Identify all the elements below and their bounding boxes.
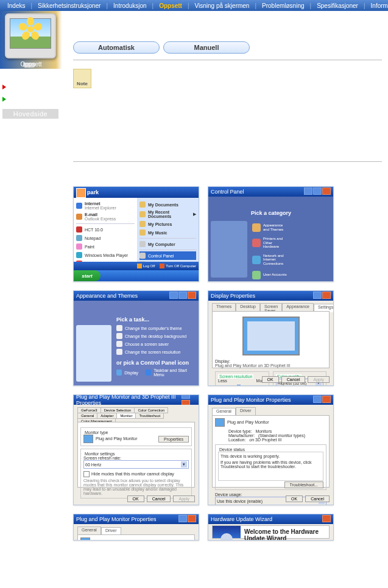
note-icon bbox=[73, 69, 91, 88]
section-title: Oppsett bbox=[0, 61, 62, 68]
screenshot-control-panel: Control Panel Pick a category Appearance… bbox=[208, 186, 334, 282]
nav-problem[interactable]: Problemløsning bbox=[257, 2, 309, 9]
close-icon bbox=[322, 396, 331, 403]
left-info-panel bbox=[76, 325, 111, 382]
startmenu-footer: Log Off Turn Off Computer bbox=[74, 262, 199, 270]
close-icon bbox=[322, 292, 331, 299]
checkbox-icon bbox=[83, 471, 90, 477]
screenshots-grid: park InternetInternet Explorer E-mailOut… bbox=[73, 186, 382, 541]
gear-icon bbox=[220, 533, 233, 541]
screenshot-hardware-wizard-top: Hardware Update Wizard Welcome to the Ha… bbox=[208, 514, 334, 541]
wizard-banner bbox=[213, 526, 241, 538]
triangle-green-icon bbox=[2, 97, 6, 102]
taskbar: start bbox=[74, 270, 199, 281]
close-icon bbox=[322, 515, 331, 522]
screenshot-pnp-driver-top: Plug and Play Monitor Properties General… bbox=[73, 514, 199, 541]
monitor-icon bbox=[5, 13, 56, 58]
section-hero: Oppsett bbox=[0, 11, 62, 69]
main-content: Automatisk Manuell park InternetInternet… bbox=[62, 11, 388, 553]
sidebar: Oppsett Hovedside bbox=[0, 11, 62, 553]
startmenu-right-panel: My Documents My Recent Documents ▶ My Pi… bbox=[137, 198, 199, 270]
cp-categories: Appearance and Themes Printers and Other… bbox=[251, 221, 330, 278]
close-icon bbox=[188, 515, 196, 522]
chevron-down-icon: ▾ bbox=[181, 461, 187, 467]
divider bbox=[73, 60, 382, 60]
close-icon bbox=[322, 187, 331, 195]
tab-manuell[interactable]: Manuell bbox=[163, 41, 250, 54]
start-button-icon: start bbox=[74, 270, 101, 281]
monitor-icon bbox=[80, 537, 90, 541]
screenshot-start-menu: park InternetInternet Explorer E-mailOut… bbox=[73, 186, 199, 282]
tab-automatisk[interactable]: Automatisk bbox=[73, 41, 160, 54]
nav-informasjon[interactable]: Informasjon bbox=[366, 2, 388, 9]
preview-monitor-icon bbox=[242, 317, 300, 355]
side-item-2[interactable] bbox=[2, 93, 60, 105]
nav-oppsett[interactable]: Oppsett bbox=[154, 2, 187, 9]
screenshot-pnp-general: Plug and Play Monitor Properties General… bbox=[208, 394, 334, 505]
nav-sikkerhet[interactable]: Sikkerhetsinstruksjoner bbox=[33, 2, 105, 9]
nav-introduksjon[interactable]: Introduksjon bbox=[108, 2, 151, 9]
close-icon bbox=[188, 292, 196, 299]
startmenu-left-panel: InternetInternet Explorer E-mailOutlook … bbox=[74, 198, 138, 270]
adapter-tabs: GeForce3 Device Selection Color Correcti… bbox=[77, 407, 195, 422]
side-item-1[interactable] bbox=[2, 81, 60, 93]
cp-heading: Pick a category bbox=[251, 210, 291, 216]
screenshot-adapter-monitor-tab: Plug and Play Monitor and 3D Prophet III… bbox=[73, 394, 199, 505]
startmenu-header: park bbox=[74, 187, 199, 198]
nav-visning[interactable]: Visning på skjermen bbox=[190, 2, 255, 9]
nav-indeks[interactable]: Indeks bbox=[2, 2, 30, 9]
dp-tabs: Themes Desktop Screen Saver Appearance S… bbox=[212, 303, 330, 312]
monitor-icon bbox=[83, 435, 93, 443]
monitor-icon bbox=[215, 418, 225, 427]
cp-side-panel bbox=[211, 221, 247, 278]
user-avatar-icon bbox=[76, 188, 86, 198]
nav-spesifikasjoner[interactable]: Spesifikasjoner bbox=[312, 2, 363, 9]
top-nav: Indeks| Sikkerhetsinstruksjoner| Introdu… bbox=[0, 0, 388, 11]
triangle-red-icon bbox=[2, 85, 6, 89]
home-button[interactable]: Hovedside bbox=[2, 109, 58, 119]
screenshot-display-properties: Display Properties Themes Desktop Screen… bbox=[208, 290, 334, 386]
divider-2 bbox=[73, 161, 382, 162]
note-block bbox=[73, 69, 382, 88]
screenshot-appearance-themes: Appearance and Themes Pick a task... Cha… bbox=[73, 290, 199, 386]
